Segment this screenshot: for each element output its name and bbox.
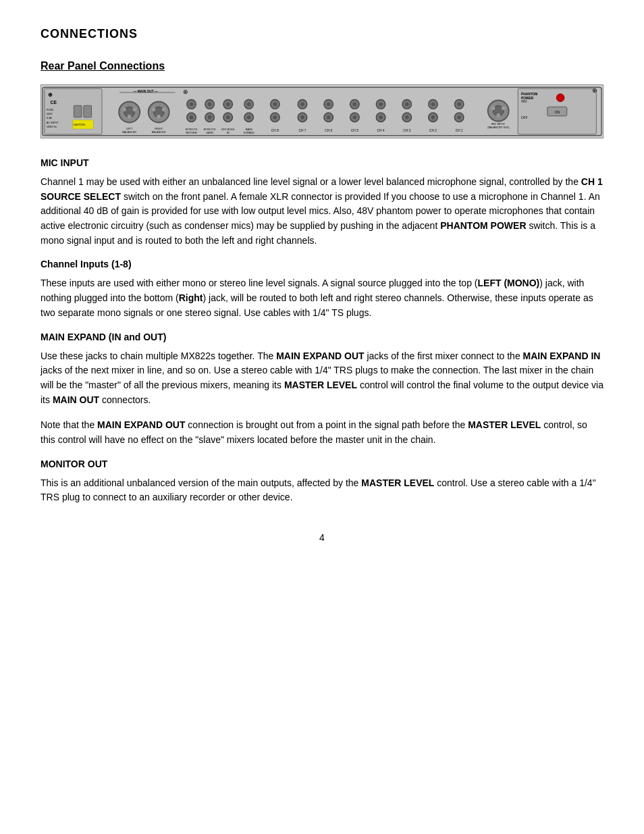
- section-mic-input: MIC INPUT Channel 1 may be used with eit…: [41, 157, 603, 248]
- svg-text:CH 6: CH 6: [325, 129, 332, 132]
- svg-text:EFFECTS: EFFECTS: [186, 128, 198, 131]
- svg-text:50/60 Hz: 50/60 Hz: [47, 126, 57, 128]
- svg-text:LEFT: LEFT: [126, 128, 133, 130]
- svg-text:CH 7: CH 7: [298, 129, 306, 132]
- svg-point-37: [208, 102, 212, 106]
- page-title: CONNECTIONS: [41, 27, 603, 41]
- svg-point-105: [556, 94, 564, 102]
- svg-text:CE: CE: [51, 100, 57, 105]
- svg-point-72: [352, 115, 356, 120]
- svg-text:CAUTION: CAUTION: [73, 124, 85, 126]
- svg-point-98: [496, 113, 500, 118]
- svg-text:BALANCED: BALANCED: [122, 131, 136, 134]
- svg-text:RIGHT: RIGHT: [155, 128, 163, 130]
- svg-point-82: [405, 115, 409, 120]
- svg-text:IN: IN: [227, 132, 230, 134]
- svg-point-75: [379, 102, 383, 106]
- svg-rect-10: [84, 105, 92, 117]
- channel-inputs-heading: Channel Inputs (1-8): [41, 259, 603, 269]
- svg-point-80: [405, 102, 409, 106]
- svg-text:MIC INPUT: MIC INPUT: [491, 123, 505, 126]
- section-monitor-out: MONITOR OUT This is an additional unbala…: [41, 459, 603, 505]
- svg-point-49: [247, 102, 251, 106]
- svg-point-31: [190, 102, 194, 106]
- svg-text:250V: 250V: [47, 113, 53, 115]
- svg-point-24: [151, 107, 155, 111]
- svg-point-33: [190, 115, 194, 120]
- svg-text:CH 8: CH 8: [271, 129, 279, 132]
- svg-text:FUSE: FUSE: [47, 109, 54, 111]
- svg-point-43: [226, 102, 230, 106]
- svg-point-85: [431, 102, 435, 106]
- svg-text:(BALANCED XLR): (BALANCED XLR): [487, 126, 510, 129]
- svg-point-17: [122, 107, 126, 111]
- svg-text:EFFECTS: EFFECTS: [204, 128, 216, 131]
- svg-text:RETURN: RETURN: [186, 132, 196, 134]
- svg-text:EXPAND: EXPAND: [244, 132, 254, 134]
- monitor-out-heading: MONITOR OUT: [41, 459, 603, 469]
- svg-text:ON: ON: [555, 111, 560, 114]
- monitor-out-body: This is an additional unbalanced version…: [41, 476, 603, 505]
- svg-text:⊕: ⊕: [183, 88, 188, 95]
- svg-text:0.5A: 0.5A: [47, 117, 52, 120]
- svg-text:CH 2: CH 2: [429, 129, 437, 132]
- svg-point-51: [247, 115, 251, 120]
- section-channel-inputs: Channel Inputs (1-8) These inputs are us…: [41, 259, 603, 320]
- content-sections: MIC INPUT Channel 1 may be used with eit…: [41, 157, 603, 505]
- svg-point-57: [273, 115, 277, 120]
- channel-inputs-body: These inputs are used with either mono o…: [41, 276, 603, 320]
- svg-text:⊕: ⊕: [48, 92, 53, 98]
- main-expand-body-1: Use these jacks to chain multiple MX822s…: [41, 349, 603, 408]
- svg-text:BALANCED: BALANCED: [152, 131, 166, 134]
- svg-text:CH 3: CH 3: [403, 129, 410, 132]
- svg-text:EFX BUSS: EFX BUSS: [221, 128, 235, 131]
- svg-point-92: [457, 115, 461, 120]
- svg-point-67: [327, 115, 331, 120]
- svg-text:POWER: POWER: [521, 97, 534, 100]
- page-number: 4: [41, 532, 603, 543]
- svg-point-90: [457, 102, 461, 106]
- mic-input-body: Channel 1 may be used with either an unb…: [41, 175, 603, 248]
- svg-point-19: [128, 115, 132, 119]
- rear-panel-section-title: Rear Panel Connections: [41, 60, 603, 72]
- svg-point-60: [300, 102, 304, 106]
- svg-text:— MAIN OUT —: — MAIN OUT —: [134, 90, 158, 93]
- main-expand-body-2: Note that the MAIN EXPAND OUT connection…: [41, 418, 603, 447]
- svg-text:AC INPUT: AC INPUT: [47, 122, 59, 124]
- svg-point-18: [132, 107, 136, 111]
- svg-text:CH 5: CH 5: [351, 129, 358, 132]
- svg-point-39: [208, 115, 212, 120]
- svg-point-77: [379, 115, 383, 120]
- rear-panel-diagram: ⊕ CE FUSE 250V 0.5A AC INPUT 50/60 Hz CA…: [41, 84, 603, 138]
- svg-text:SEND: SEND: [206, 132, 213, 134]
- svg-point-55: [273, 102, 277, 106]
- svg-point-96: [491, 106, 495, 110]
- svg-rect-9: [74, 105, 82, 117]
- svg-point-25: [162, 107, 166, 111]
- svg-text:CH 1: CH 1: [456, 129, 463, 132]
- svg-point-65: [327, 102, 331, 106]
- section-main-expand: MAIN EXPAND (IN and OUT) Use these jacks…: [41, 332, 603, 448]
- svg-text:OFF: OFF: [521, 116, 528, 120]
- svg-text:⊕: ⊕: [592, 87, 597, 94]
- svg-point-97: [502, 106, 506, 110]
- svg-point-45: [226, 115, 230, 120]
- svg-text:MAIN: MAIN: [246, 128, 252, 131]
- svg-point-62: [300, 115, 304, 120]
- svg-point-87: [431, 115, 435, 120]
- main-expand-heading: MAIN EXPAND (IN and OUT): [41, 332, 603, 342]
- mic-input-heading: MIC INPUT: [41, 157, 603, 168]
- svg-text:CH 4: CH 4: [377, 129, 385, 132]
- svg-text:PHANTOM: PHANTOM: [521, 93, 537, 96]
- svg-point-26: [157, 115, 161, 119]
- svg-text:48V: 48V: [521, 100, 527, 103]
- svg-point-70: [352, 102, 356, 106]
